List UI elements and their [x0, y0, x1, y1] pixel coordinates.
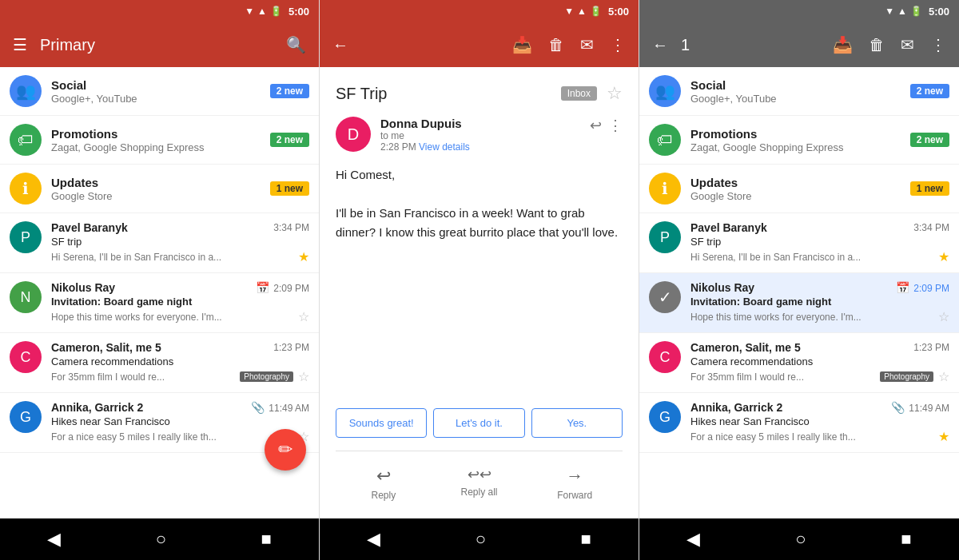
email-header-annika-1: Annika, Garrick 2 📎 11:49 AM: [51, 401, 309, 414]
time-cameron-3: 1:23 PM: [913, 342, 949, 353]
archive-icon-3[interactable]: 📥: [830, 32, 856, 58]
social-cat-icon: 👥: [10, 75, 42, 107]
home-nav-2[interactable]: ○: [456, 522, 505, 556]
preview-row-nikolus-3: Hope this time works for everyone. I'm..…: [690, 309, 949, 324]
thread-title-row: SF Trip Inbox ☆: [336, 83, 623, 104]
quick-reply-3[interactable]: Yes.: [531, 408, 623, 438]
updates-cat-icon-3: ℹ: [649, 173, 681, 205]
updates-badge-3: 1 new: [910, 181, 949, 196]
email-row-nikolus-1[interactable]: N Nikolus Ray 📅 2:09 PM Invitation: Boar…: [0, 273, 319, 333]
panel-selected: ▼ ▲ 🔋 5:00 ← 1 📥 🗑 ✉ ⋮ 👥 Social Google+,…: [639, 0, 959, 560]
preview-row-cameron-1: For 35mm film I would re... Photography …: [51, 369, 309, 384]
email-row-annika-3[interactable]: G Annika, Garrick 2 📎 11:49 AM Hikes nea…: [639, 393, 959, 453]
thread-title: SF Trip: [336, 85, 551, 103]
status-bar-1: ▼ ▲ 🔋 5:00: [0, 0, 319, 22]
promotions-cat-info-3: Promotions Zagat, Google Shopping Expres…: [690, 127, 910, 153]
category-updates-3[interactable]: ℹ Updates Google Store 1 new: [639, 165, 959, 213]
recent-nav-3[interactable]: ■: [881, 522, 930, 556]
more-icon-msg[interactable]: ⋮: [608, 117, 623, 134]
email-content-cameron-3: Cameron, Salit, me 5 1:23 PM Camera reco…: [690, 341, 949, 384]
delete-icon-2[interactable]: 🗑: [545, 33, 567, 58]
search-icon[interactable]: 🔍: [283, 32, 309, 58]
thread-star[interactable]: ☆: [607, 83, 623, 104]
promotions-cat-sub: Zagat, Google Shopping Express: [51, 141, 270, 153]
promotions-cat-sub-3: Zagat, Google Shopping Express: [690, 141, 910, 153]
back-nav-3[interactable]: ◀: [667, 522, 719, 556]
email-content-nikolus-1: Nikolus Ray 📅 2:09 PM Invitation: Board …: [51, 281, 309, 324]
back-icon-3[interactable]: ←: [649, 33, 671, 58]
star-cameron-1[interactable]: ☆: [298, 369, 309, 384]
promotions-cat-icon-3: 🏷: [649, 124, 681, 156]
preview-pavel-1: Hi Serena, I'll be in San Francisco in a…: [51, 252, 293, 263]
quick-reply-2[interactable]: Let's do it.: [433, 408, 524, 438]
star-nikolus-3[interactable]: ☆: [938, 309, 949, 324]
view-details-link[interactable]: View details: [419, 141, 470, 153]
forward-label: Forward: [557, 490, 592, 501]
recent-nav-2[interactable]: ■: [561, 522, 610, 556]
email-row-cameron-3[interactable]: C Cameron, Salit, me 5 1:23 PM Camera re…: [639, 333, 959, 393]
home-nav-3[interactable]: ○: [776, 522, 825, 556]
reply-icon[interactable]: ↩: [590, 117, 602, 134]
compose-fab[interactable]: ✏: [265, 429, 306, 471]
category-social[interactable]: 👥 Social Google+, YouTube 2 new: [0, 67, 319, 116]
sender-annika-1: Annika, Garrick 2: [51, 401, 143, 414]
mail-icon-3[interactable]: ✉: [897, 32, 917, 58]
recent-nav-1[interactable]: ■: [241, 522, 290, 556]
clip-icon-annika-3: 📎: [891, 401, 905, 414]
star-nikolus-1[interactable]: ☆: [298, 309, 309, 324]
promotions-cat-name-3: Promotions: [690, 127, 910, 141]
home-nav-1[interactable]: ○: [137, 522, 185, 556]
email-row-cameron-1[interactable]: C Cameron, Salit, me 5 1:23 PM Camera re…: [0, 333, 319, 393]
avatar-annika-1: G: [10, 401, 42, 433]
menu-icon[interactable]: ☰: [10, 32, 30, 58]
msg-avatar: D: [336, 117, 371, 152]
mail-icon-2[interactable]: ✉: [577, 32, 597, 58]
msg-sender-name: Donna Dupuis: [380, 117, 580, 130]
status-icons-2: ▼ ▲ 🔋 5:00: [564, 6, 629, 18]
status-time-3: 5:00: [929, 6, 949, 18]
cal-icon-nikolus-3: 📅: [896, 281, 909, 294]
reply-button[interactable]: ↩ Reply: [336, 458, 432, 509]
star-pavel-3[interactable]: ★: [938, 249, 949, 264]
email-content-nikolus-3: Nikolus Ray 📅 2:09 PM Invitation: Board …: [690, 281, 949, 324]
time-annika-1: 📎 11:49 AM: [251, 401, 309, 414]
tag-cameron-3: Photography: [880, 371, 933, 382]
updates-cat-sub-3: Google Store: [690, 190, 910, 202]
status-bar-3: ▼ ▲ 🔋 5:00: [639, 0, 959, 22]
quick-reply-1[interactable]: Sounds great!: [336, 408, 427, 438]
app-bar-3: ← 1 📥 🗑 ✉ ⋮: [639, 22, 959, 67]
nav-bar-1: ◀ ○ ■: [0, 518, 319, 560]
battery-icon-3: 🔋: [910, 6, 922, 17]
archive-icon-2[interactable]: 📥: [509, 32, 535, 58]
reply-all-button[interactable]: ↩↩ Reply all: [432, 458, 527, 509]
email-header-cameron-3: Cameron, Salit, me 5 1:23 PM: [690, 341, 949, 354]
more-icon-2[interactable]: ⋮: [607, 32, 629, 58]
email-row-nikolus-3[interactable]: ✓ Nikolus Ray 📅 2:09 PM Invitation: Boar…: [639, 273, 959, 333]
app-bar-2: ← 📥 🗑 ✉ ⋮: [320, 22, 639, 67]
star-annika-3[interactable]: ★: [938, 429, 949, 444]
back-icon-2[interactable]: ←: [329, 33, 352, 58]
delete-icon-3[interactable]: 🗑: [865, 33, 888, 58]
back-nav-1[interactable]: ◀: [28, 522, 80, 556]
reply-actions: ↩ Reply ↩↩ Reply all → Forward: [336, 451, 623, 509]
category-promotions[interactable]: 🏷 Promotions Zagat, Google Shopping Expr…: [0, 116, 319, 165]
battery-icon-2: 🔋: [590, 6, 602, 17]
preview-annika-1: For a nice easy 5 miles I really like th…: [51, 431, 293, 443]
more-icon-3[interactable]: ⋮: [927, 32, 949, 58]
category-updates[interactable]: ℹ Updates Google Store 1 new: [0, 165, 319, 213]
subject-nikolus-3: Invitation: Board game night: [690, 296, 949, 308]
forward-button[interactable]: → Forward: [527, 458, 623, 509]
social-cat-icon-3: 👥: [649, 75, 681, 107]
star-cameron-3[interactable]: ☆: [938, 369, 949, 384]
email-row-pavel-1[interactable]: P Pavel Baranyk 3:34 PM SF trip Hi Seren…: [0, 213, 319, 273]
preview-nikolus-3: Hope this time works for everyone. I'm..…: [690, 312, 933, 323]
back-nav-2[interactable]: ◀: [348, 522, 400, 556]
social-cat-info-3: Social Google+, YouTube: [690, 78, 910, 105]
cal-icon-nikolus-1: 📅: [256, 281, 269, 294]
time-pavel-1: 3:34 PM: [273, 222, 309, 233]
category-social-3[interactable]: 👥 Social Google+, YouTube 2 new: [639, 67, 959, 116]
updates-cat-sub: Google Store: [51, 190, 270, 202]
email-row-pavel-3[interactable]: P Pavel Baranyk 3:34 PM SF trip Hi Seren…: [639, 213, 959, 273]
star-pavel-1[interactable]: ★: [298, 249, 309, 264]
category-promotions-3[interactable]: 🏷 Promotions Zagat, Google Shopping Expr…: [639, 116, 959, 165]
